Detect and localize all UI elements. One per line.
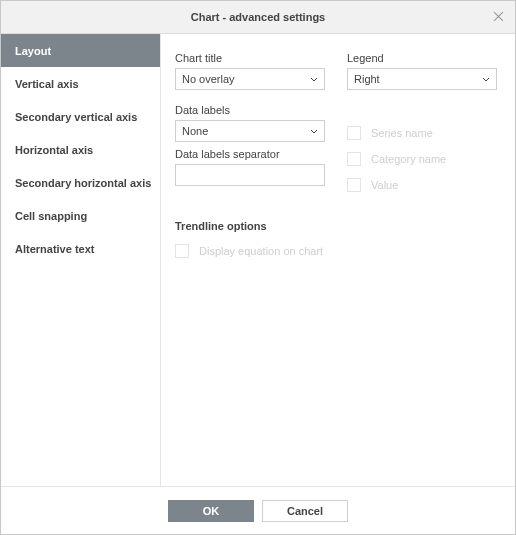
sidebar: Layout Vertical axis Secondary vertical …: [1, 34, 161, 486]
sidebar-item-label: Layout: [15, 45, 51, 57]
dialog-body: Layout Vertical axis Secondary vertical …: [1, 34, 515, 486]
cancel-button-label: Cancel: [287, 505, 323, 517]
dialog-title: Chart - advanced settings: [191, 11, 325, 23]
dialog-window: Chart - advanced settings Layout Vertica…: [0, 0, 516, 535]
category-name-label: Category name: [371, 153, 446, 165]
data-labels-separator-input[interactable]: [175, 164, 325, 186]
series-name-checkbox: [347, 126, 361, 140]
value-checkbox-row: Value: [347, 172, 501, 198]
legend-label: Legend: [347, 52, 501, 64]
sidebar-item-layout[interactable]: Layout: [1, 34, 160, 67]
legend-value: Right: [354, 73, 380, 85]
row-datalabels-checks: Data labels None Data labels separator: [175, 98, 501, 198]
sidebar-item-horizontal-axis[interactable]: Horizontal axis: [1, 133, 160, 166]
legend-select[interactable]: Right: [347, 68, 497, 90]
value-checkbox: [347, 178, 361, 192]
category-name-checkbox: [347, 152, 361, 166]
data-labels-value: None: [182, 125, 208, 137]
sidebar-item-vertical-axis[interactable]: Vertical axis: [1, 67, 160, 100]
chart-title-select[interactable]: No overlay: [175, 68, 325, 90]
sidebar-item-label: Secondary vertical axis: [15, 111, 137, 123]
value-checkbox-label: Value: [371, 179, 398, 191]
series-name-checkbox-row: Series name: [347, 120, 501, 146]
group-chart-title: Chart title No overlay: [175, 46, 329, 90]
main-panel: Chart title No overlay Legend Right: [161, 34, 515, 486]
display-equation-checkbox: [175, 244, 189, 258]
chevron-down-icon: [310, 77, 318, 82]
display-equation-checkbox-row: Display equation on chart: [175, 238, 501, 264]
sidebar-item-label: Alternative text: [15, 243, 94, 255]
group-legend: Legend Right: [347, 46, 501, 90]
data-labels-label: Data labels: [175, 104, 329, 116]
cancel-button[interactable]: Cancel: [262, 500, 348, 522]
close-icon: [493, 11, 504, 24]
ok-button-label: OK: [203, 505, 220, 517]
sidebar-item-label: Cell snapping: [15, 210, 87, 222]
sidebar-item-cell-snapping[interactable]: Cell snapping: [1, 199, 160, 232]
sidebar-item-secondary-horizontal-axis[interactable]: Secondary horizontal axis: [1, 166, 160, 199]
series-name-label: Series name: [371, 127, 433, 139]
close-button[interactable]: [482, 1, 515, 34]
data-labels-select[interactable]: None: [175, 120, 325, 142]
category-name-checkbox-row: Category name: [347, 146, 501, 172]
sidebar-item-secondary-vertical-axis[interactable]: Secondary vertical axis: [1, 100, 160, 133]
row-title-legend: Chart title No overlay Legend Right: [175, 46, 501, 90]
dialog-footer: OK Cancel: [1, 486, 515, 534]
chart-title-label: Chart title: [175, 52, 329, 64]
chart-title-value: No overlay: [182, 73, 235, 85]
dialog-titlebar: Chart - advanced settings: [1, 1, 515, 34]
trendline-options-header: Trendline options: [175, 220, 501, 232]
sidebar-item-label: Secondary horizontal axis: [15, 177, 151, 189]
trendline-section: Trendline options Display equation on ch…: [175, 206, 501, 264]
sidebar-item-alternative-text[interactable]: Alternative text: [1, 232, 160, 265]
data-labels-separator-label: Data labels separator: [175, 148, 329, 160]
display-equation-label: Display equation on chart: [199, 245, 323, 257]
chevron-down-icon: [482, 77, 490, 82]
chevron-down-icon: [310, 129, 318, 134]
sidebar-item-label: Horizontal axis: [15, 144, 93, 156]
sidebar-item-label: Vertical axis: [15, 78, 79, 90]
group-label-checkboxes: Series name Category name Value: [347, 98, 501, 198]
group-data-labels: Data labels None Data labels separator: [175, 98, 329, 198]
ok-button[interactable]: OK: [168, 500, 254, 522]
